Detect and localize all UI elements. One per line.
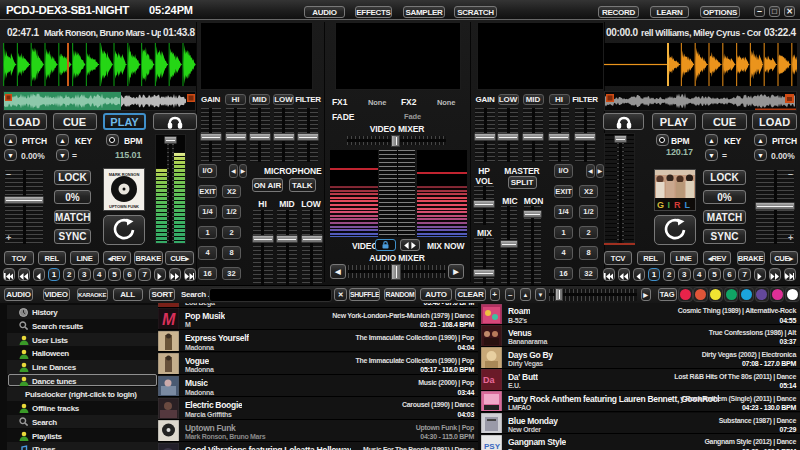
svg-text:G: G: [657, 200, 664, 210]
svg-text:L: L: [685, 200, 691, 210]
svg-text:R: R: [674, 200, 681, 210]
svg-text:I: I: [668, 200, 671, 210]
svg-text:PSY: PSY: [484, 442, 501, 450]
svg-text:UPTOWN FUNK: UPTOWN FUNK: [109, 204, 139, 209]
svg-text:M: M: [162, 311, 176, 328]
svg-text:Da: Da: [483, 375, 495, 385]
